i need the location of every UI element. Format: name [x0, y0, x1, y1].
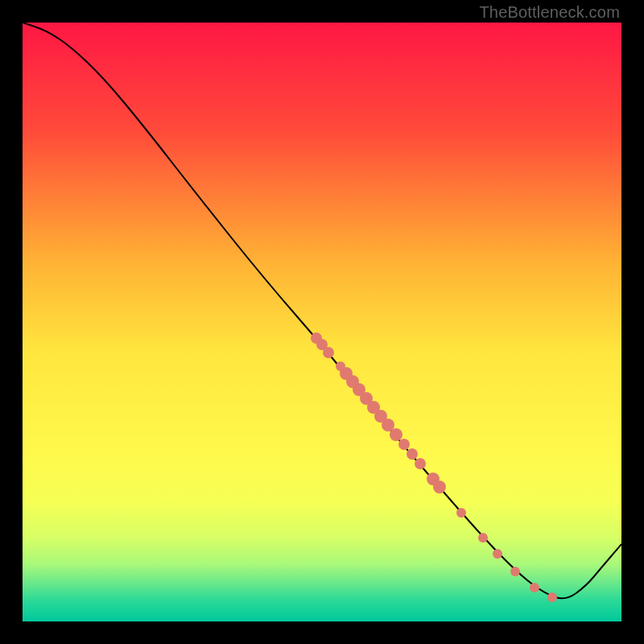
- data-marker: [530, 583, 539, 592]
- data-marker: [433, 481, 446, 493]
- data-marker: [415, 458, 426, 469]
- chart-frame: TheBottleneck.com: [0, 0, 644, 644]
- data-marker: [510, 567, 520, 576]
- data-marker: [323, 347, 334, 358]
- data-marker: [456, 508, 466, 518]
- data-marker: [478, 533, 488, 543]
- plot-area: [23, 23, 621, 621]
- attribution-label: TheBottleneck.com: [479, 3, 620, 22]
- bottleneck-curve: [23, 23, 621, 621]
- data-marker: [493, 549, 502, 559]
- data-marker: [398, 439, 410, 450]
- data-marker: [407, 448, 418, 460]
- data-marker: [390, 428, 402, 441]
- data-marker: [547, 592, 557, 602]
